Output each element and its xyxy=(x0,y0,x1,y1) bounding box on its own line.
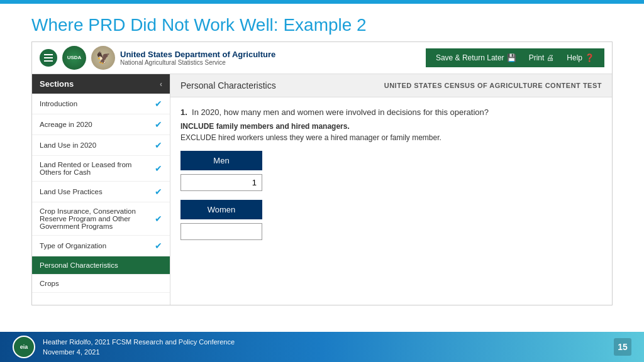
sidebar-item-label: Land Use in 2020 xyxy=(40,141,96,149)
check-icon: ✔ xyxy=(155,241,162,251)
sidebar-item-land-rented[interactable]: Land Rented or Leased from Others for Ca… xyxy=(32,156,170,182)
men-section: Men xyxy=(180,151,602,191)
hamburger-button[interactable] xyxy=(40,49,57,67)
question-text: 1. In 2020, how many men and women were … xyxy=(180,107,602,117)
sections-label: Sections xyxy=(40,79,74,89)
footer-text: Heather Ridolfo, 2021 FCSM Research and … xyxy=(43,337,235,358)
sidebar-item-label: Type of Organization xyxy=(40,242,106,250)
sidebar-item-crop-insurance[interactable]: Crop Insurance, Conservation Reserve Pro… xyxy=(32,202,170,236)
question-note-exclude: EXCLUDE hired workers unless they were a… xyxy=(180,133,602,142)
sidebar-item-label: Crops xyxy=(40,280,59,287)
check-icon: ✔ xyxy=(155,119,162,129)
print-button[interactable]: Print 🖨 xyxy=(529,53,555,62)
sidebar-header: Sections ‹ xyxy=(32,74,170,94)
sidebar-item-label: Crop Insurance, Conservation Reserve Pro… xyxy=(40,207,155,230)
footer: eia Heather Ridolfo, 2021 FCSM Research … xyxy=(0,332,644,362)
check-icon: ✔ xyxy=(155,163,162,173)
sidebar-item-label: Acreage in 2020 xyxy=(40,121,92,128)
sidebar-item-label: Introduction xyxy=(40,100,77,107)
print-icon: 🖨 xyxy=(547,53,554,62)
sidebar-collapse-icon[interactable]: ‹ xyxy=(160,80,162,89)
survey-banner: UNITED STATES CENSUS OF AGRICULTURE CONT… xyxy=(384,82,602,89)
survey-section-title: Personal Characteristics xyxy=(180,80,276,90)
check-icon: ✔ xyxy=(155,140,162,150)
sidebar-item-introduction[interactable]: Introduction ✔ xyxy=(32,94,170,114)
footer-left: eia Heather Ridolfo, 2021 FCSM Research … xyxy=(13,336,235,358)
question-note-include: INCLUDE family members and hired manager… xyxy=(180,122,602,131)
title-area: Where PRD Did Not Work Well: Example 2 xyxy=(0,4,644,41)
sidebar-item-type-org[interactable]: Type of Organization ✔ xyxy=(32,236,170,256)
usda-text-block: United States Department of Agriculture … xyxy=(120,50,275,66)
save-icon: 💾 xyxy=(507,53,516,62)
footer-logo-text: eia xyxy=(20,344,28,350)
save-return-label: Save & Return Later xyxy=(436,53,504,62)
nass-seal-icon: 🦅 xyxy=(91,46,115,70)
survey-content: 1. In 2020, how many men and women were … xyxy=(170,97,612,259)
content-area: Sections ‹ Introduction ✔ Acreage in 202… xyxy=(32,74,612,305)
check-icon: ✔ xyxy=(155,214,162,224)
check-icon: ✔ xyxy=(155,187,162,197)
survey-header: Personal Characteristics UNITED STATES C… xyxy=(170,74,612,97)
save-return-button[interactable]: Save & Return Later 💾 xyxy=(436,53,516,62)
check-icon: ✔ xyxy=(155,99,162,109)
slide-title: Where PRD Did Not Work Well: Example 2 xyxy=(31,15,613,35)
sidebar-item-personal-characteristics[interactable]: Personal Characteristics xyxy=(32,256,170,275)
usda-action-bar: Save & Return Later 💾 Print 🖨 Help ❓ xyxy=(426,48,604,67)
question-number: 1. xyxy=(180,107,187,117)
question-body: In 2020, how many men and women were inv… xyxy=(192,107,489,117)
help-label: Help xyxy=(567,53,582,62)
survey-area: Personal Characteristics UNITED STATES C… xyxy=(170,74,612,305)
usda-seal-icon: USDA xyxy=(62,46,86,70)
usda-left: USDA 🦅 United States Department of Agric… xyxy=(40,46,275,70)
footer-presenter: Heather Ridolfo, 2021 FCSM Research and … xyxy=(43,337,235,348)
sidebar-item-label: Land Use Practices xyxy=(40,188,103,195)
men-button[interactable]: Men xyxy=(180,151,262,170)
women-input[interactable] xyxy=(180,223,262,240)
browser-frame: USDA 🦅 United States Department of Agric… xyxy=(31,41,613,305)
sidebar-item-land-use-practices[interactable]: Land Use Practices ✔ xyxy=(32,182,170,202)
men-input[interactable] xyxy=(180,174,262,191)
footer-logo: eia xyxy=(13,336,35,358)
org-sub: National Agricultural Statistics Service xyxy=(120,59,275,66)
sidebar-item-crops[interactable]: Crops xyxy=(32,275,170,293)
help-button[interactable]: Help ❓ xyxy=(567,53,594,62)
sidebar-item-land-use[interactable]: Land Use in 2020 ✔ xyxy=(32,135,170,156)
slide: Where PRD Did Not Work Well: Example 2 U… xyxy=(0,0,644,362)
slide-number: 15 xyxy=(614,338,631,356)
sidebar: Sections ‹ Introduction ✔ Acreage in 202… xyxy=(32,74,170,305)
help-icon: ❓ xyxy=(585,53,594,62)
footer-date: November 4, 2021 xyxy=(43,347,235,358)
women-section: Women xyxy=(180,200,602,240)
org-name: United States Department of Agriculture xyxy=(120,50,275,59)
sidebar-item-label: Personal Characteristics xyxy=(40,261,118,269)
print-label: Print xyxy=(529,53,545,62)
usda-header: USDA 🦅 United States Department of Agric… xyxy=(32,42,612,74)
sidebar-item-label: Land Rented or Leased from Others for Ca… xyxy=(40,161,155,176)
women-button[interactable]: Women xyxy=(180,200,262,219)
sidebar-item-acreage[interactable]: Acreage in 2020 ✔ xyxy=(32,114,170,135)
